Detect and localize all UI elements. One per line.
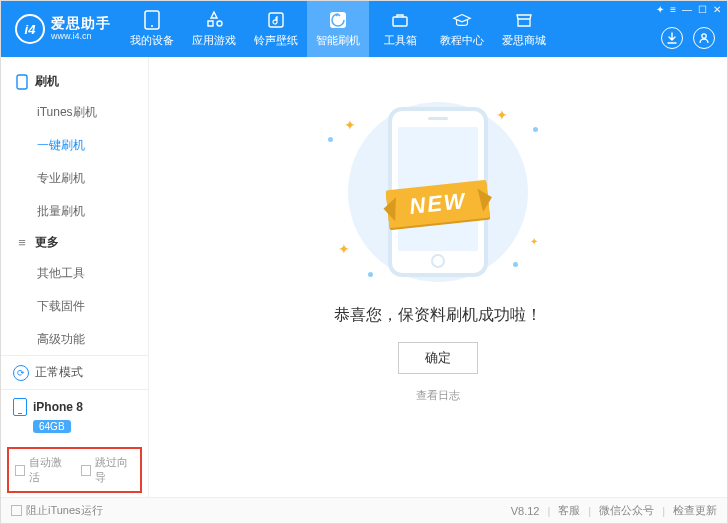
apps-icon [204,10,224,30]
flash-icon [328,10,348,30]
version-label: V8.12 [511,505,540,517]
view-log-link[interactable]: 查看日志 [416,388,460,403]
mode-indicator[interactable]: ⟳ 正常模式 [1,355,148,389]
nav-apps-games[interactable]: 应用游戏 [183,1,245,57]
nav-tutorials[interactable]: 教程中心 [431,1,493,57]
nav-label: 爱思商城 [502,33,546,48]
window-controls: ✦ ≡ — ☐ ✕ [656,5,721,15]
brand-name: 爱思助手 [51,16,111,31]
svg-rect-6 [17,75,27,89]
success-illustration: ✦ ✦ ✦ ✦ NEW [308,97,568,287]
titlebar: i4 爱思助手 www.i4.cn 我的设备 应用游戏 铃声壁纸 智能刷机 [1,1,727,57]
nav-store[interactable]: 爱思商城 [493,1,555,57]
user-button[interactable] [693,27,715,49]
skin-icon[interactable]: ✦ [656,5,664,15]
sidebar-group-flash: 刷机 [1,67,148,96]
nav-label: 教程中心 [440,33,484,48]
star-icon: ✦ [344,117,356,133]
statusbar: 阻止iTunes运行 V8.12 | 客服 | 微信公众号 | 检查更新 [1,497,727,523]
main-nav: 我的设备 应用游戏 铃声壁纸 智能刷机 工具箱 教程中心 [121,1,555,57]
nav-smart-flash[interactable]: 智能刷机 [307,1,369,57]
phone-outline-icon [15,75,29,89]
note-icon [266,10,286,30]
close-icon[interactable]: ✕ [713,5,721,15]
device-icon [13,398,27,416]
toolbox-icon [390,10,410,30]
svg-point-5 [702,34,706,38]
star-icon: ✦ [530,236,538,247]
storage-badge: 64GB [33,420,71,433]
device-panel[interactable]: iPhone 8 64GB [1,389,148,443]
ok-button[interactable]: 确定 [398,342,478,374]
footer-link-support[interactable]: 客服 [558,503,580,518]
nav-label: 我的设备 [130,33,174,48]
success-message: 恭喜您，保资料刷机成功啦！ [334,305,542,326]
nav-my-device[interactable]: 我的设备 [121,1,183,57]
sidebar-item-advanced[interactable]: 高级功能 [1,323,148,355]
cap-icon [452,10,472,30]
brand-url: www.i4.cn [51,32,111,42]
nav-ringtones-wallpapers[interactable]: 铃声壁纸 [245,1,307,57]
star-icon: ✦ [338,241,350,257]
group-title: 刷机 [35,73,59,90]
store-icon [514,10,534,30]
svg-rect-4 [393,17,407,26]
nav-label: 智能刷机 [316,33,360,48]
block-itunes-label: 阻止iTunes运行 [26,503,103,518]
sidebar-item-pro-flash[interactable]: 专业刷机 [1,162,148,195]
brand-logo: i4 爱思助手 www.i4.cn [1,14,121,44]
nav-label: 工具箱 [384,33,417,48]
sidebar-item-other-tools[interactable]: 其他工具 [1,257,148,290]
maximize-icon[interactable]: ☐ [698,5,707,15]
footer-link-update[interactable]: 检查更新 [673,503,717,518]
footer-link-wechat[interactable]: 微信公众号 [599,503,654,518]
menu-icon[interactable]: ≡ [670,5,676,15]
phone-icon [142,10,162,30]
sidebar-item-download-firmware[interactable]: 下载固件 [1,290,148,323]
option-label: 自动激活 [29,455,68,485]
option-label: 跳过向导 [95,455,134,485]
minimize-icon[interactable]: — [682,5,692,15]
logo-icon: i4 [15,14,45,44]
star-icon: ✦ [496,107,508,123]
options-highlight: 自动激活 跳过向导 [7,447,142,493]
refresh-icon: ⟳ [13,365,29,381]
device-name: iPhone 8 [33,400,83,414]
svg-point-1 [151,25,153,27]
option-auto-activate[interactable]: 自动激活 [15,455,69,485]
group-title: 更多 [35,234,59,251]
nav-label: 铃声壁纸 [254,33,298,48]
download-button[interactable] [661,27,683,49]
sidebar: 刷机 iTunes刷机 一键刷机 专业刷机 批量刷机 ≡ 更多 其他工具 下载固… [1,57,149,497]
nav-label: 应用游戏 [192,33,236,48]
block-itunes-checkbox[interactable]: 阻止iTunes运行 [11,503,103,518]
sidebar-item-batch-flash[interactable]: 批量刷机 [1,195,148,228]
sidebar-item-itunes-flash[interactable]: iTunes刷机 [1,96,148,129]
nav-toolbox[interactable]: 工具箱 [369,1,431,57]
main-content: ✦ ✦ ✦ ✦ NEW 恭喜您，保资料刷机成功啦！ 确定 查看日志 [149,57,727,497]
option-skip-guide[interactable]: 跳过向导 [81,455,135,485]
sidebar-group-more: ≡ 更多 [1,228,148,257]
list-icon: ≡ [15,236,29,250]
sidebar-item-oneclick-flash[interactable]: 一键刷机 [1,129,148,162]
mode-label: 正常模式 [35,364,83,381]
